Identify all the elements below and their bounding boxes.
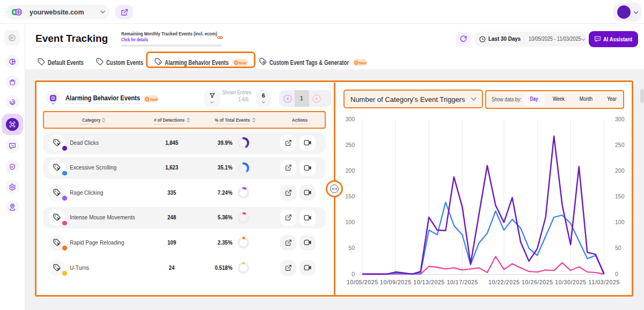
svg-text:0: 0 (615, 271, 618, 277)
svg-text:200: 200 (345, 167, 355, 174)
svg-text:10/26/2025: 10/26/2025 (522, 279, 553, 285)
svg-text:300: 300 (345, 116, 355, 122)
svg-text:0: 0 (352, 271, 355, 277)
svg-text:200: 200 (615, 167, 625, 174)
svg-text:10/09/2025: 10/09/2025 (380, 279, 411, 285)
svg-text:10/17/2025: 10/17/2025 (447, 279, 478, 285)
svg-text:250: 250 (345, 142, 355, 148)
svg-text:10/13/2025: 10/13/2025 (413, 279, 444, 285)
svg-text:10/22/2025: 10/22/2025 (488, 279, 519, 285)
svg-text:10/30/2025: 10/30/2025 (555, 279, 586, 285)
svg-text:100: 100 (345, 219, 355, 225)
svg-text:11/03/2025: 11/03/2025 (588, 279, 619, 285)
svg-text:300: 300 (615, 116, 625, 122)
svg-text:100: 100 (615, 219, 625, 225)
svg-text:150: 150 (615, 193, 625, 200)
svg-text:10/05/2025: 10/05/2025 (347, 279, 378, 285)
svg-text:150: 150 (345, 193, 355, 200)
svg-text:50: 50 (348, 245, 355, 251)
svg-text:250: 250 (615, 142, 625, 148)
svg-text:50: 50 (615, 245, 621, 251)
